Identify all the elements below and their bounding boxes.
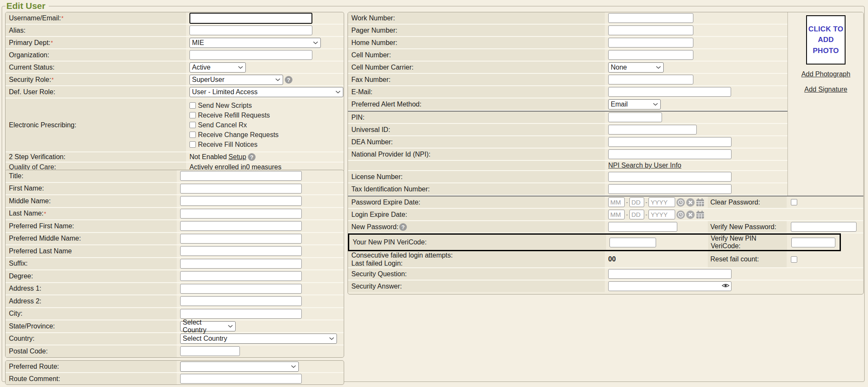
first-name-input[interactable] [180, 184, 302, 194]
suffix-label: Suffix: [6, 258, 177, 270]
home-number-label: Home Number: [348, 37, 605, 48]
cell-carrier-select[interactable]: None [608, 62, 664, 73]
cell-number-input[interactable] [608, 50, 693, 60]
row-alias: Alias: [6, 25, 344, 37]
clear-password-checkbox[interactable] [791, 199, 797, 205]
state-province-select[interactable]: Select Country [180, 321, 236, 331]
checkbox-receive-fill-notices[interactable]: Receive Fill Notices [189, 140, 257, 149]
checkbox-receive-refill-requests[interactable]: Receive Refill Requests [189, 110, 270, 120]
address1-input[interactable] [180, 284, 302, 294]
last-name-input[interactable] [180, 209, 302, 219]
alias-input[interactable] [189, 25, 312, 35]
two-step-setup-link[interactable]: Setup [228, 153, 246, 161]
add-photo-placeholder[interactable]: CLICK TO ADD PHOTO [806, 15, 846, 64]
tax-id-input[interactable] [608, 184, 732, 194]
password-expire-mm-input[interactable] [608, 197, 625, 207]
show-password-eye-icon[interactable] [722, 283, 729, 289]
primary-dept-select[interactable]: MIE [189, 38, 321, 48]
receive-refill-requests-checkbox[interactable] [189, 112, 196, 118]
clear-date-icon[interactable] [686, 210, 695, 219]
suffix-input[interactable] [180, 259, 302, 269]
time-icon[interactable] [676, 198, 685, 207]
npi-search-link[interactable]: NPI Search by User Info [608, 162, 682, 169]
pref-last-name-input[interactable] [180, 246, 302, 256]
license-number-input[interactable] [608, 172, 732, 182]
new-password-input[interactable] [608, 222, 677, 232]
help-icon[interactable] [285, 76, 292, 84]
universal-id-input[interactable] [608, 125, 697, 135]
row-last-name: Last Name:* [6, 208, 344, 221]
send-new-scripts-checkbox[interactable] [189, 102, 196, 109]
row-username: Username/Email:* [6, 12, 344, 25]
address2-input[interactable] [180, 296, 302, 306]
row-address2: Address 2: [6, 295, 344, 308]
npi-input[interactable] [608, 149, 732, 159]
receive-change-requests-checkbox[interactable] [189, 132, 196, 138]
home-number-input[interactable] [608, 38, 693, 48]
row-failed-logins: Consecutive failed login attempts: Last … [348, 251, 863, 268]
alert-method-select[interactable]: Email [608, 99, 661, 109]
add-photograph-link[interactable]: Add Photograph [801, 70, 851, 78]
dea-number-input[interactable] [608, 137, 732, 147]
current-status-select[interactable]: Active [189, 62, 246, 73]
send-cancel-rx-checkbox[interactable] [189, 122, 196, 128]
password-expire-yyyy-input[interactable] [648, 197, 675, 207]
eprescribing-label: Electronic Prescribing: [6, 98, 186, 151]
checkbox-receive-change-requests[interactable]: Receive Change Requests [189, 130, 278, 140]
email-input[interactable] [608, 87, 731, 97]
route-comment-input[interactable] [180, 374, 302, 384]
row-current-status: Current Status: Active [6, 62, 344, 74]
time-icon[interactable] [676, 210, 685, 219]
fax-number-input[interactable] [608, 75, 693, 84]
row-title: Title: [6, 170, 344, 183]
login-expire-dd-input[interactable] [629, 210, 644, 219]
npi-label: National Provider Id (NPI): [348, 149, 605, 160]
login-expire-mm-input[interactable] [608, 210, 625, 219]
help-icon[interactable] [248, 153, 256, 161]
verify-new-pin-vericode-input[interactable] [791, 238, 835, 247]
work-number-input[interactable] [608, 13, 693, 23]
dea-number-label: DEA Number: [348, 136, 605, 148]
pref-first-name-input[interactable] [180, 221, 302, 231]
calendar-icon[interactable] [696, 198, 704, 207]
row-eprescribing: Electronic Prescribing: Send New Scripts… [6, 98, 344, 152]
new-pin-vericode-input[interactable] [609, 238, 656, 247]
pager-number-input[interactable] [608, 25, 693, 35]
row-fax-number: Fax Number: [348, 74, 787, 86]
row-pin: PIN: [348, 111, 787, 124]
username-input[interactable] [189, 13, 312, 24]
pref-last-name-label: Preferred Last Name [6, 245, 177, 257]
calendar-icon[interactable] [696, 210, 704, 219]
postal-code-input[interactable] [180, 346, 240, 356]
help-icon[interactable] [399, 223, 407, 231]
row-primary-dept: Primary Dept:* MIE [6, 37, 344, 49]
reset-fail-count-checkbox[interactable] [791, 256, 797, 263]
password-expire-label: Password Expire Date: [348, 196, 605, 208]
clear-date-icon[interactable] [686, 198, 695, 207]
title-input[interactable] [180, 171, 302, 181]
security-answer-input[interactable] [608, 281, 732, 291]
checkbox-send-new-scripts[interactable]: Send New Scripts [189, 101, 252, 110]
middle-name-input[interactable] [180, 196, 302, 206]
country-select[interactable]: Select Country [180, 334, 337, 344]
checkbox-send-cancel-rx[interactable]: Send Cancel Rx [189, 120, 247, 130]
state-province-label: State/Province: [6, 320, 177, 332]
password-expire-dd-input[interactable] [629, 197, 644, 207]
pref-middle-name-input[interactable] [180, 234, 302, 244]
receive-fill-notices-checkbox[interactable] [189, 141, 196, 148]
city-input[interactable] [180, 309, 302, 319]
degree-input[interactable] [180, 271, 302, 281]
add-signature-link[interactable]: Add Signature [804, 86, 847, 93]
security-role-select[interactable]: SuperUser [189, 75, 283, 85]
organization-input[interactable] [189, 50, 312, 60]
security-question-input[interactable] [608, 269, 732, 279]
preferred-route-select[interactable] [180, 362, 299, 372]
login-expire-yyyy-input[interactable] [648, 210, 675, 219]
verify-vericode-label: Verify New PIN VeriCode: [708, 235, 787, 250]
pin-input[interactable] [608, 112, 662, 122]
def-user-role-select[interactable]: User - Limited Access [189, 87, 343, 97]
chevron-down-icon [656, 66, 661, 69]
universal-id-label: Universal ID: [348, 124, 605, 135]
row-pager-number: Pager Number: [348, 25, 787, 37]
verify-new-password-input[interactable] [791, 222, 857, 232]
